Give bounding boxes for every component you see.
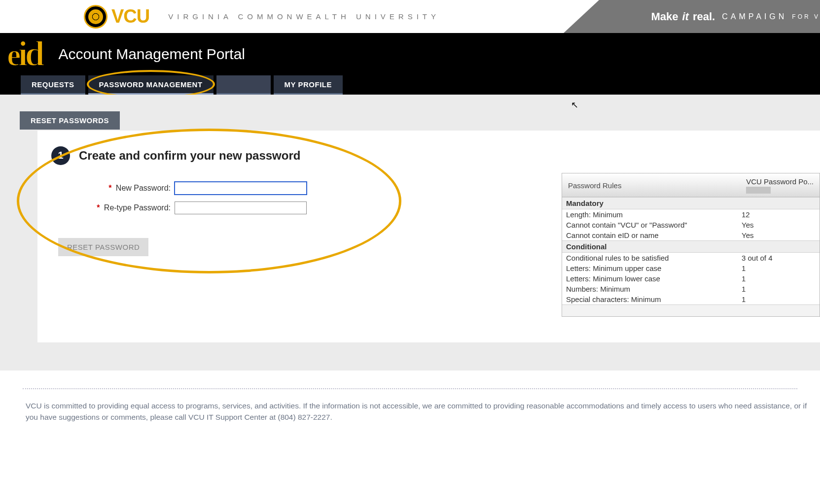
- rule-value: 1: [742, 264, 816, 272]
- rule-row: Special characters: Minimum1: [562, 294, 820, 304]
- portal-title: Account Management Portal: [58, 46, 245, 63]
- step-heading: 1 Create and confirm your new password: [51, 146, 307, 165]
- rule-key: Cannot contain "VCU" or "Password": [566, 221, 742, 229]
- required-star-icon: *: [108, 184, 111, 192]
- rule-row: Letters: Minimum upper case1: [562, 263, 820, 273]
- rules-header: Password Rules VCU Password Po...: [562, 173, 820, 197]
- vcu-wordmark: VCU: [111, 6, 149, 27]
- rule-row: Cannot contain eID or nameYes: [562, 230, 820, 240]
- rule-row: Conditional rules to be satisfied3 out o…: [562, 253, 820, 263]
- rule-value: Yes: [742, 231, 816, 239]
- eid-logo-icon: eid: [7, 40, 41, 68]
- tab-blank[interactable]: [216, 75, 271, 95]
- campaign-flag: Make it real. CAMPAIGN FOR V: [564, 0, 820, 33]
- rule-row: Cannot contain "VCU" or "Password"Yes: [562, 220, 820, 230]
- rule-value: 1: [742, 285, 816, 293]
- main-area: ↖ RESET PASSWORDS 1 Create and confirm y…: [0, 95, 820, 370]
- rule-row: Numbers: Minimum1: [562, 284, 820, 294]
- vcu-seal-icon: [84, 5, 107, 29]
- policy-progress-icon: [746, 187, 771, 194]
- campaign-make: Make: [651, 10, 678, 23]
- campaign-it: it: [682, 10, 688, 23]
- label-new-password: New Password:: [116, 184, 171, 192]
- tab-requests[interactable]: REQUESTS: [21, 75, 85, 95]
- reset-password-button[interactable]: RESET PASSWORD: [58, 238, 148, 256]
- rule-key: Letters: Minimum lower case: [566, 274, 742, 283]
- rule-row: Letters: Minimum lower case1: [562, 273, 820, 284]
- retype-password-input[interactable]: [175, 202, 307, 214]
- rules-footer-spacer: [562, 304, 820, 316]
- new-password-input[interactable]: [175, 182, 307, 195]
- tab-my-profile[interactable]: MY PROFILE: [274, 75, 343, 95]
- step-number-badge: 1: [51, 146, 70, 165]
- label-retype-password: Re-type Password:: [104, 203, 171, 212]
- password-form: * New Password: * Re-type Password: RESE…: [56, 182, 307, 256]
- rule-row: Length: Minimum12: [562, 209, 820, 220]
- rule-value: 3 out of 4: [742, 254, 816, 262]
- rules-section-mandatory: Mandatory: [562, 197, 820, 209]
- rule-key: Cannot contain eID or name: [566, 231, 742, 239]
- campaign-word: CAMPAIGN: [722, 12, 787, 21]
- rule-value: 12: [742, 210, 816, 219]
- subtab-reset-passwords[interactable]: RESET PASSWORDS: [20, 111, 120, 130]
- vcu-logo-group: VCU VIRGINIA COMMONWEALTH UNIVERSITY: [84, 5, 440, 29]
- rule-value: 1: [742, 295, 816, 303]
- rule-value: 1: [742, 274, 816, 283]
- rule-value: Yes: [742, 221, 816, 229]
- campaign-real: real.: [693, 10, 715, 23]
- password-card: 1 Create and confirm your new password *…: [37, 131, 820, 342]
- rules-policy-name: VCU Password Po...: [746, 177, 814, 186]
- rule-key: Letters: Minimum upper case: [566, 264, 742, 272]
- rule-key: Numbers: Minimum: [566, 285, 742, 293]
- row-retype-password: * Re-type Password:: [56, 202, 307, 214]
- password-rules-panel: Password Rules VCU Password Po... Mandat…: [562, 173, 820, 317]
- required-star-icon: *: [97, 203, 100, 212]
- rules-section-conditional: Conditional: [562, 240, 820, 253]
- cursor-icon: ↖: [571, 100, 578, 110]
- campaign-for: FOR V: [792, 13, 820, 20]
- row-new-password: * New Password:: [56, 182, 307, 195]
- vcu-full-name: VIRGINIA COMMONWEALTH UNIVERSITY: [168, 12, 440, 21]
- rule-key: Special characters: Minimum: [566, 295, 742, 303]
- rule-key: Length: Minimum: [566, 210, 742, 219]
- tab-password-management[interactable]: PASSWORD MANAGEMENT: [88, 75, 214, 95]
- tab-password-management-label: PASSWORD MANAGEMENT: [99, 80, 203, 89]
- step-title: Create and confirm your new password: [79, 149, 300, 163]
- main-tabs: REQUESTS PASSWORD MANAGEMENT MY PROFILE: [7, 75, 820, 95]
- university-banner: VCU VIRGINIA COMMONWEALTH UNIVERSITY Mak…: [0, 0, 820, 33]
- accessibility-footer: VCU is committed to providing equal acce…: [0, 389, 820, 438]
- rules-header-left: Password Rules: [568, 177, 621, 190]
- rules-header-right: VCU Password Po...: [746, 177, 814, 194]
- rule-key: Conditional rules to be satisfied: [566, 254, 742, 262]
- portal-header: eid Account Management Portal REQUESTS P…: [0, 33, 820, 95]
